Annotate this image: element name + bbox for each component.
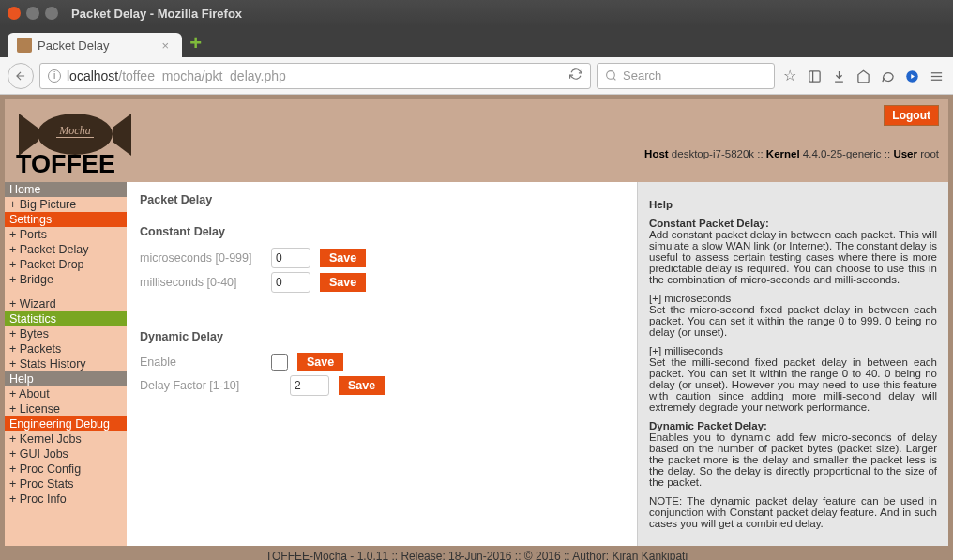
sidebar-packets[interactable]: + Packets [5,341,127,356]
svg-text:Mocha: Mocha [58,124,90,137]
tab-title: Packet Delay [38,38,110,53]
main-panel: Packet Delay Constant Delay microseconds… [127,182,637,546]
sidebar-gui-jobs[interactable]: + GUI Jobs [5,446,127,462]
url-text: localhost/toffee_mocha/pkt_delay.php [67,68,286,83]
help-dpd-title: Dynamic Packet Delay: [649,420,767,431]
svg-line-1 [613,78,615,80]
help-panel: Help Constant Packet Delay: Add constant… [637,182,948,546]
help-dpd-note: NOTE: The dynamic packet delay feature c… [649,495,937,529]
back-button[interactable] [8,63,34,89]
microseconds-label: microseconds [0-999] [140,251,271,265]
window-maximize-icon[interactable] [45,7,58,20]
sidebar-eng-debug[interactable]: Engineering Debug [5,416,127,431]
help-milli-body: Set the milli-second fixed packet delay … [649,356,937,413]
window-title: Packet Delay - Mozilla Firefox [71,7,242,21]
dynamic-delay-title: Dynamic Delay [140,330,624,343]
home-icon[interactable] [854,68,872,84]
window-minimize-icon[interactable] [26,7,39,20]
menu-icon[interactable] [927,68,945,84]
sidebar-statistics[interactable]: Statistics [5,311,127,326]
search-field[interactable]: Search [597,63,775,89]
help-micro-title: [+] microseconds [649,293,731,304]
sidebar-license[interactable]: + License [5,401,127,416]
window-close-icon[interactable] [8,7,21,20]
delay-factor-label: Delay Factor [1-10] [140,379,271,392]
footer: TOFFEE-Mocha - 1.0.11 :: Release: 18-Jun… [0,546,953,560]
downloads-icon[interactable] [829,68,848,84]
svg-point-0 [607,71,615,80]
constant-delay-title: Constant Delay [140,225,624,238]
tab-close-icon[interactable]: × [162,38,170,53]
sidebar-bytes[interactable]: + Bytes [5,326,127,341]
page-title: Packet Delay [140,193,624,206]
site-info-icon[interactable]: i [48,69,61,83]
browser-tabstrip: Packet Delay × + [0,26,953,57]
sidebar-proc-info[interactable]: + Proc Info [5,492,127,507]
save-microseconds-button[interactable]: Save [320,249,366,267]
help-micro-body: Set the micro-second fixed packet delay … [649,304,937,338]
save-delay-factor-button[interactable]: Save [339,376,385,395]
sidebar-packet-delay[interactable]: + Packet Delay [5,242,127,257]
sidebar-stats-history[interactable]: + Stats History [5,356,127,371]
delay-factor-input[interactable] [290,375,329,396]
sidebar-proc-config[interactable]: + Proc Config [5,462,127,477]
sidebar-bridge[interactable]: + Bridge [5,272,127,287]
search-placeholder: Search [623,68,661,83]
bookmark-star-icon[interactable]: ☆ [780,67,799,84]
help-title: Help [649,199,673,210]
milliseconds-input[interactable] [271,272,310,293]
save-enable-button[interactable]: Save [297,353,343,371]
arrow-left-icon [14,69,27,83]
microseconds-input[interactable] [271,248,310,268]
library-icon[interactable] [805,68,824,84]
sidebar-packet-drop[interactable]: + Packet Drop [5,257,127,272]
favicon-icon [17,38,32,53]
sidebar: Home + Big Picture Settings + Ports + Pa… [5,182,127,546]
sidebar-kernel-jobs[interactable]: + Kernel Jobs [5,431,127,446]
sidebar-about[interactable]: + About [5,386,127,401]
svg-text:TOFFEE: TOFFEE [16,150,115,174]
sidebar-home[interactable]: Home [5,182,127,197]
reload-icon [569,68,582,81]
media-icon[interactable] [902,68,921,84]
url-field[interactable]: i localhost/toffee_mocha/pkt_delay.php [39,63,591,89]
page-viewport: Mocha TOFFEE Logout Host desktop-i7-5820… [0,95,953,560]
logout-button[interactable]: Logout [884,105,939,126]
sidebar-ports[interactable]: + Ports [5,227,127,242]
toffee-logo: Mocha TOFFEE [14,109,136,174]
search-icon [605,69,617,82]
enable-label: Enable [140,356,271,369]
reload-button[interactable] [569,68,582,83]
chat-icon[interactable] [878,68,897,84]
window-titlebar: Packet Delay - Mozilla Firefox [0,0,953,26]
sidebar-wizard[interactable]: + Wizard [5,296,127,311]
sidebar-help[interactable]: Help [5,371,127,386]
new-tab-button[interactable]: + [189,31,202,55]
save-milliseconds-button[interactable]: Save [320,273,366,292]
host-line: Host desktop-i7-5820k :: Kernel 4.4.0-25… [644,148,939,159]
help-cpd-title: Constant Packet Delay: [649,218,769,229]
enable-checkbox[interactable] [271,354,288,371]
svg-rect-11 [56,137,94,138]
sidebar-settings[interactable]: Settings [5,212,127,227]
page-header: Mocha TOFFEE Logout Host desktop-i7-5820… [5,99,948,182]
sidebar-proc-stats[interactable]: + Proc Stats [5,477,127,492]
browser-tab[interactable]: Packet Delay × [8,33,182,57]
browser-toolbar: i localhost/toffee_mocha/pkt_delay.php S… [0,57,953,95]
sidebar-big-picture[interactable]: + Big Picture [5,197,127,212]
milliseconds-label: milliseconds [0-40] [140,276,271,289]
help-cpd-body: Add constant packet delay in between eac… [649,229,937,285]
help-milli-title: [+] milliseconds [649,345,723,356]
svg-rect-2 [809,71,819,82]
help-dpd-body: Enables you to dynamic add few micro-sec… [649,431,937,488]
